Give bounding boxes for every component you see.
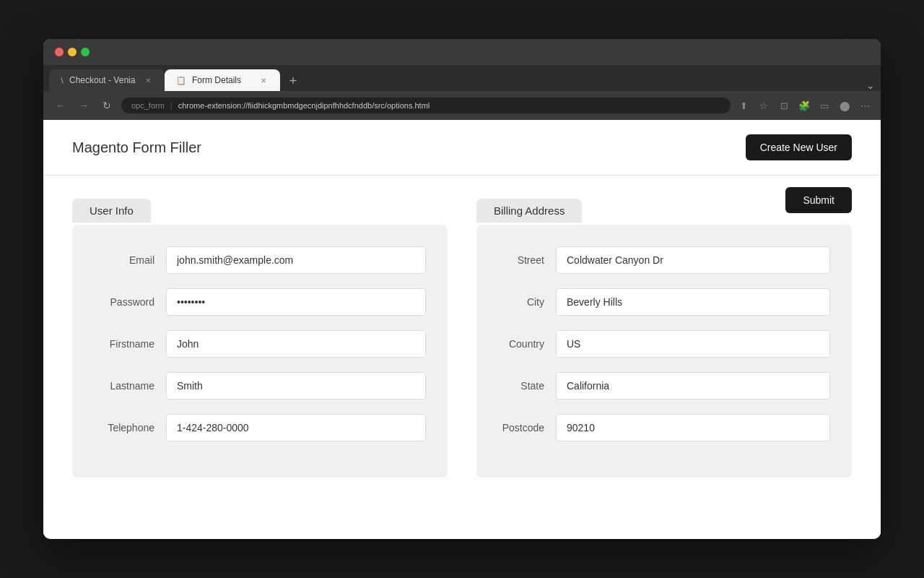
- tab-form-details-icon: 📋: [176, 76, 186, 85]
- postcode-row: Postcode: [498, 414, 830, 441]
- email-input[interactable]: [166, 246, 426, 274]
- address-separator: |: [170, 101, 173, 110]
- postcode-input[interactable]: [556, 414, 830, 441]
- billing-address-section: Billing Address Street City Country Stat…: [476, 225, 852, 478]
- maximize-traffic-light[interactable]: [81, 48, 90, 56]
- billing-address-tab: Billing Address: [476, 199, 582, 223]
- telephone-label: Telephone: [94, 422, 166, 434]
- street-label: Street: [498, 254, 556, 266]
- tab-checkout[interactable]: ⧵ Checkout - Venia ✕: [49, 69, 165, 91]
- tab-form-details[interactable]: 📋 Form Details ✕: [165, 69, 280, 91]
- postcode-label: Postcode: [498, 422, 556, 434]
- page-header: Magento Form Filler Create New User: [43, 120, 881, 176]
- user-info-tab: User Info: [72, 199, 151, 223]
- firstname-row: Firstname: [94, 330, 426, 358]
- country-label: Country: [498, 338, 556, 350]
- browser-chrome: ⧵ Checkout - Venia ✕ 📋 Form Details ✕ + …: [43, 39, 881, 120]
- password-input[interactable]: [166, 288, 426, 316]
- reload-button[interactable]: ↻: [98, 97, 116, 114]
- minimize-traffic-light[interactable]: [68, 48, 77, 56]
- traffic-lights: [55, 48, 90, 56]
- password-label: Password: [94, 296, 166, 308]
- country-input[interactable]: [556, 330, 830, 358]
- browser-window: ⧵ Checkout - Venia ✕ 📋 Form Details ✕ + …: [43, 39, 881, 539]
- user-info-section: User Info Email Password Firstname Lastn…: [72, 225, 448, 478]
- telephone-input[interactable]: [166, 414, 426, 441]
- street-input[interactable]: [556, 246, 830, 274]
- firstname-label: Firstname: [94, 338, 166, 350]
- state-label: State: [498, 380, 556, 392]
- address-bar[interactable]: opc_form | chrome-extension://fiidhickgm…: [121, 98, 731, 113]
- state-row: State: [498, 372, 830, 400]
- address-bar-row: ← → ↻ opc_form | chrome-extension://fiid…: [43, 91, 881, 120]
- lastname-row: Lastname: [94, 372, 426, 400]
- lastname-input[interactable]: [166, 372, 426, 400]
- new-tab-button[interactable]: +: [283, 71, 303, 91]
- forms-container: User Info Email Password Firstname Lastn…: [43, 225, 881, 506]
- app-title: Magento Form Filler: [72, 139, 201, 156]
- page-content: Magento Form Filler Create New User Subm…: [43, 120, 881, 539]
- create-new-user-button[interactable]: Create New User: [746, 134, 852, 160]
- email-row: Email: [94, 246, 426, 274]
- street-row: Street: [498, 246, 830, 274]
- browser-title-bar: [43, 39, 881, 65]
- menu-icon[interactable]: ⋯: [858, 98, 872, 113]
- city-input[interactable]: [556, 288, 830, 316]
- password-row: Password: [94, 288, 426, 316]
- tab-form-details-label: Form Details: [192, 75, 241, 85]
- telephone-row: Telephone: [94, 414, 426, 441]
- email-label: Email: [94, 254, 166, 266]
- screencap-icon[interactable]: ⊡: [777, 98, 791, 113]
- tab-checkout-icon: ⧵: [61, 76, 64, 85]
- firstname-input[interactable]: [166, 330, 426, 358]
- tab-checkout-close[interactable]: ✕: [143, 75, 153, 85]
- city-row: City: [498, 288, 830, 316]
- state-input[interactable]: [556, 372, 830, 400]
- close-traffic-light[interactable]: [55, 48, 64, 56]
- tabs-chevron-icon[interactable]: ⌄: [866, 79, 875, 91]
- browser-toolbar-icons: ⬆ ☆ ⊡ 🧩 ▭ ⬤ ⋯: [736, 98, 872, 113]
- tab-checkout-label: Checkout - Venia: [69, 75, 135, 85]
- forward-button[interactable]: →: [75, 97, 92, 114]
- submit-button[interactable]: Submit: [785, 187, 852, 213]
- back-button[interactable]: ←: [52, 97, 69, 114]
- share-icon[interactable]: ⬆: [736, 98, 751, 113]
- lastname-label: Lastname: [94, 380, 166, 392]
- page-toolbar: Submit: [43, 176, 881, 225]
- sidebar-icon[interactable]: ▭: [817, 98, 832, 113]
- city-label: City: [498, 296, 556, 308]
- bookmark-icon[interactable]: ☆: [757, 98, 771, 113]
- tab-form-details-close[interactable]: ✕: [258, 75, 269, 85]
- country-row: Country: [498, 330, 830, 358]
- address-label: opc_form: [131, 101, 165, 110]
- address-url: chrome-extension://fiidhickgmbmdgecnjdip…: [178, 101, 430, 110]
- profile-icon[interactable]: ⬤: [837, 98, 852, 113]
- extensions-icon[interactable]: 🧩: [797, 98, 811, 113]
- tabs-bar: ⧵ Checkout - Venia ✕ 📋 Form Details ✕ + …: [43, 65, 881, 91]
